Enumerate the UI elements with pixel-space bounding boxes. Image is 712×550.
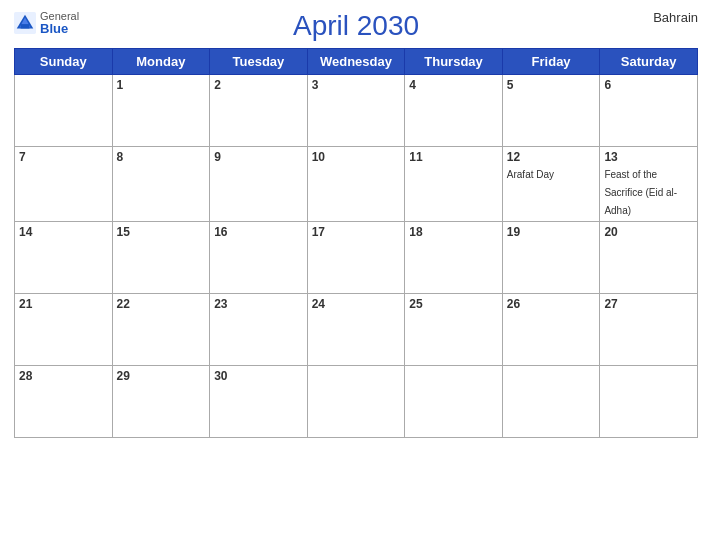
calendar-wrapper: General Blue April 2030 Bahrain Sunday M…: [0, 0, 712, 550]
logo-blue-text: Blue: [40, 22, 79, 36]
header-thursday: Thursday: [405, 49, 503, 75]
country-label: Bahrain: [653, 10, 698, 25]
calendar-week-row: 21222324252627: [15, 294, 698, 366]
day-number: 19: [507, 225, 596, 239]
day-number: 6: [604, 78, 693, 92]
event-text: Feast of the Sacrifice (Eid al-Adha): [604, 169, 677, 216]
calendar-day-cell: 6: [600, 75, 698, 147]
calendar-day-cell: 3: [307, 75, 405, 147]
day-number: 7: [19, 150, 108, 164]
calendar-day-cell: 10: [307, 147, 405, 222]
calendar-day-cell: 21: [15, 294, 113, 366]
day-number: 14: [19, 225, 108, 239]
day-number: 22: [117, 297, 206, 311]
calendar-day-cell: [405, 366, 503, 438]
calendar-day-cell: 26: [502, 294, 600, 366]
svg-rect-3: [21, 24, 30, 28]
day-number: 28: [19, 369, 108, 383]
calendar-day-cell: 11: [405, 147, 503, 222]
day-number: 3: [312, 78, 401, 92]
calendar-day-cell: 2: [210, 75, 308, 147]
calendar-week-row: 14151617181920: [15, 222, 698, 294]
calendar-day-cell: 24: [307, 294, 405, 366]
day-number: 29: [117, 369, 206, 383]
calendar-day-cell: 8: [112, 147, 210, 222]
calendar-day-cell: 14: [15, 222, 113, 294]
day-number: 16: [214, 225, 303, 239]
calendar-day-cell: [15, 75, 113, 147]
day-number: 25: [409, 297, 498, 311]
calendar-grid: Sunday Monday Tuesday Wednesday Thursday…: [14, 48, 698, 438]
day-number: 8: [117, 150, 206, 164]
day-number: 21: [19, 297, 108, 311]
calendar-day-cell: 9: [210, 147, 308, 222]
day-number: 18: [409, 225, 498, 239]
logo-text: General Blue: [40, 10, 79, 36]
day-number: 2: [214, 78, 303, 92]
day-number: 13: [604, 150, 693, 164]
calendar-title: April 2030: [293, 10, 419, 42]
header-sunday: Sunday: [15, 49, 113, 75]
calendar-day-cell: 20: [600, 222, 698, 294]
day-number: 26: [507, 297, 596, 311]
calendar-day-cell: 25: [405, 294, 503, 366]
day-number: 20: [604, 225, 693, 239]
calendar-day-cell: 5: [502, 75, 600, 147]
event-text: Arafat Day: [507, 169, 554, 180]
header-tuesday: Tuesday: [210, 49, 308, 75]
day-number: 17: [312, 225, 401, 239]
calendar-day-cell: [502, 366, 600, 438]
calendar-day-cell: 29: [112, 366, 210, 438]
logo-area: General Blue: [14, 10, 79, 36]
calendar-day-cell: 18: [405, 222, 503, 294]
calendar-week-row: 282930: [15, 366, 698, 438]
calendar-day-cell: 4: [405, 75, 503, 147]
day-number: 30: [214, 369, 303, 383]
day-number: 15: [117, 225, 206, 239]
calendar-day-cell: 27: [600, 294, 698, 366]
calendar-day-cell: 12Arafat Day: [502, 147, 600, 222]
header-friday: Friday: [502, 49, 600, 75]
calendar-day-cell: 1: [112, 75, 210, 147]
calendar-day-cell: 28: [15, 366, 113, 438]
calendar-day-cell: 15: [112, 222, 210, 294]
calendar-day-cell: 23: [210, 294, 308, 366]
calendar-day-cell: 22: [112, 294, 210, 366]
calendar-header: General Blue April 2030 Bahrain: [14, 10, 698, 42]
day-number: 11: [409, 150, 498, 164]
calendar-day-cell: [307, 366, 405, 438]
calendar-day-cell: 30: [210, 366, 308, 438]
day-number: 10: [312, 150, 401, 164]
day-number: 24: [312, 297, 401, 311]
day-number: 23: [214, 297, 303, 311]
day-number: 9: [214, 150, 303, 164]
header-monday: Monday: [112, 49, 210, 75]
header-saturday: Saturday: [600, 49, 698, 75]
day-number: 1: [117, 78, 206, 92]
calendar-day-cell: [600, 366, 698, 438]
header-wednesday: Wednesday: [307, 49, 405, 75]
calendar-day-cell: 7: [15, 147, 113, 222]
calendar-day-cell: 17: [307, 222, 405, 294]
calendar-week-row: 123456: [15, 75, 698, 147]
calendar-week-row: 789101112Arafat Day13Feast of the Sacrif…: [15, 147, 698, 222]
day-number: 12: [507, 150, 596, 164]
weekday-header-row: Sunday Monday Tuesday Wednesday Thursday…: [15, 49, 698, 75]
day-number: 5: [507, 78, 596, 92]
day-number: 27: [604, 297, 693, 311]
generalblue-logo-icon: [14, 12, 36, 34]
calendar-day-cell: 13Feast of the Sacrifice (Eid al-Adha): [600, 147, 698, 222]
calendar-day-cell: 16: [210, 222, 308, 294]
day-number: 4: [409, 78, 498, 92]
calendar-day-cell: 19: [502, 222, 600, 294]
